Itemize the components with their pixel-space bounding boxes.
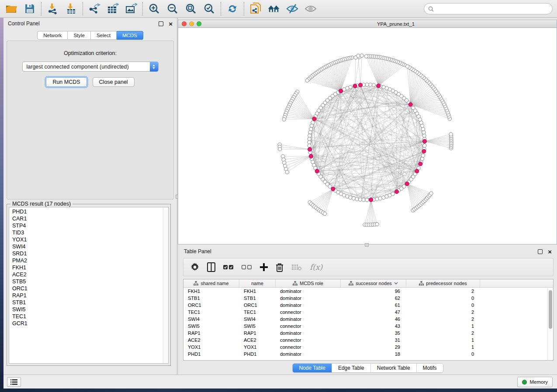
cell-successor-nodes[interactable]: 47 <box>341 309 406 316</box>
tab-edge-table[interactable]: Edge Table <box>332 364 370 372</box>
table-scrollbar[interactable] <box>547 288 553 360</box>
cell-shared-name[interactable]: YOX1 <box>183 344 239 351</box>
add-column-icon[interactable] <box>260 261 268 273</box>
result-node[interactable]: PMA2 <box>12 257 163 264</box>
result-node[interactable]: STP4 <box>12 222 163 229</box>
search-box[interactable] <box>424 3 553 14</box>
select-all-icon[interactable] <box>223 261 234 273</box>
cell-name[interactable]: PHD1 <box>239 351 276 358</box>
export-network-icon[interactable] <box>88 3 100 15</box>
table-row[interactable]: RAP1RAP1dominator352 <box>183 330 553 337</box>
result-node[interactable]: STB1 <box>12 299 163 306</box>
result-list-scrollbar[interactable] <box>163 207 168 363</box>
result-node[interactable]: STB5 <box>12 278 163 285</box>
table-row[interactable]: ACE2ACE2connector311 <box>183 337 553 344</box>
cell-predecessor-nodes[interactable]: 1 <box>406 323 480 330</box>
cell-shared-name[interactable]: TEC1 <box>183 309 239 316</box>
result-node[interactable]: SRD1 <box>12 250 163 257</box>
share-network-document-icon[interactable] <box>249 3 262 15</box>
tab-select[interactable]: Select <box>91 31 117 40</box>
result-node[interactable]: SWI4 <box>12 243 163 250</box>
cell-predecessor-nodes[interactable]: 2 <box>406 309 480 316</box>
result-node[interactable]: TEC1 <box>12 313 163 320</box>
cell-MCDS-role[interactable]: dominator <box>276 351 341 358</box>
cell-predecessor-nodes[interactable]: 1 <box>406 344 480 351</box>
table-row[interactable]: YOX1YOX1connector291 <box>183 344 553 351</box>
table-row[interactable]: PHD1PHD1dominator180 <box>183 351 553 358</box>
column-header-successor-nodes[interactable]: successor nodes <box>341 279 406 287</box>
cell-shared-name[interactable]: RAP1 <box>183 330 239 337</box>
criterion-select[interactable]: largest connected component (undirected) <box>22 62 159 72</box>
table-settings-gear-icon[interactable] <box>190 261 199 273</box>
task-history-button[interactable] <box>7 377 21 387</box>
result-node[interactable]: ACE2 <box>12 271 163 278</box>
result-node[interactable]: ORC1 <box>12 285 163 292</box>
cell-MCDS-role[interactable]: connector <box>276 323 341 330</box>
table-row[interactable]: TEC1TEC1connector472 <box>183 309 553 316</box>
cell-shared-name[interactable]: FKH1 <box>183 288 239 295</box>
save-session-icon[interactable] <box>24 3 36 15</box>
tab-motifs[interactable]: Motifs <box>416 364 443 372</box>
cell-MCDS-role[interactable]: dominator <box>276 288 341 295</box>
cell-shared-name[interactable]: STB1 <box>183 295 239 302</box>
cell-MCDS-role[interactable]: dominator <box>276 302 341 309</box>
column-header-MCDS-role[interactable]: MCDS role <box>276 279 341 287</box>
tab-node-table[interactable]: Node Table <box>293 364 332 372</box>
hide-selected-eye-icon[interactable] <box>286 3 298 15</box>
cell-MCDS-role[interactable]: dominator <box>276 330 341 337</box>
network-canvas[interactable] <box>178 28 557 244</box>
cell-shared-name[interactable]: ORC1 <box>183 302 239 309</box>
tab-style[interactable]: Style <box>68 31 91 40</box>
result-node[interactable]: CAR1 <box>12 215 163 222</box>
cell-successor-nodes[interactable]: 35 <box>341 330 406 337</box>
tab-network[interactable]: Network <box>37 31 68 40</box>
table-row[interactable]: STB1STB1dominator620 <box>183 295 553 302</box>
run-mcds-button[interactable]: Run MCDS <box>46 77 86 87</box>
splitter-grip[interactable] <box>365 243 369 247</box>
column-header-shared-name[interactable]: shared name <box>183 279 239 287</box>
open-file-icon[interactable] <box>5 3 17 15</box>
cell-name[interactable]: RAP1 <box>239 330 276 337</box>
cell-name[interactable]: YOX1 <box>239 344 276 351</box>
cell-predecessor-nodes[interactable]: 2 <box>406 288 480 295</box>
cell-shared-name[interactable]: PHD1 <box>183 351 239 358</box>
cell-predecessor-nodes[interactable]: 0 <box>406 302 480 309</box>
cell-successor-nodes[interactable]: 96 <box>341 288 406 295</box>
cell-shared-name[interactable]: ACE2 <box>183 337 239 344</box>
table-row[interactable]: ORC1ORC1dominator610 <box>183 302 553 309</box>
result-node[interactable]: SWI5 <box>12 306 163 313</box>
cell-name[interactable]: ACE2 <box>239 337 276 344</box>
cell-name[interactable]: SWI5 <box>239 323 276 330</box>
zoom-out-icon[interactable] <box>166 3 179 15</box>
zoom-selected-icon[interactable] <box>203 3 215 15</box>
export-table-icon[interactable] <box>107 3 119 15</box>
memory-button[interactable]: Memory <box>517 377 553 387</box>
cell-shared-name[interactable]: SWI4 <box>183 316 239 323</box>
result-node[interactable]: RAP1 <box>12 292 163 299</box>
cell-successor-nodes[interactable]: 29 <box>341 344 406 351</box>
cell-successor-nodes[interactable]: 46 <box>341 316 406 323</box>
table-scrollbar-thumb[interactable] <box>549 290 552 329</box>
table-row[interactable]: FKH1FKH1dominator962 <box>183 288 553 295</box>
cell-MCDS-role[interactable]: connector <box>276 337 341 344</box>
cell-MCDS-role[interactable]: dominator <box>276 316 341 323</box>
cell-successor-nodes[interactable]: 18 <box>341 351 406 358</box>
cell-name[interactable]: FKH1 <box>239 288 276 295</box>
result-node[interactable]: PHD1 <box>12 208 163 215</box>
close-table-panel-icon[interactable]: × <box>548 249 552 254</box>
cell-predecessor-nodes[interactable]: 0 <box>406 295 480 302</box>
zoom-fit-icon[interactable] <box>185 3 197 15</box>
cell-predecessor-nodes[interactable]: 0 <box>406 351 480 358</box>
cell-MCDS-role[interactable]: connector <box>276 344 341 351</box>
refresh-icon[interactable] <box>226 3 239 15</box>
cell-successor-nodes[interactable]: 62 <box>341 295 406 302</box>
cell-successor-nodes[interactable]: 31 <box>341 337 406 344</box>
delete-column-trash-icon[interactable] <box>276 261 284 273</box>
network-graph[interactable] <box>178 28 557 244</box>
tab-network-table[interactable]: Network Table <box>370 364 416 372</box>
table-row[interactable]: SWI4SWI4dominator462 <box>183 316 553 323</box>
split-columns-icon[interactable] <box>207 261 215 273</box>
cell-predecessor-nodes[interactable]: 1 <box>406 337 480 344</box>
cell-name[interactable]: ORC1 <box>239 302 276 309</box>
node-table[interactable]: shared namenameMCDS rolesuccessor nodesp… <box>183 279 554 361</box>
